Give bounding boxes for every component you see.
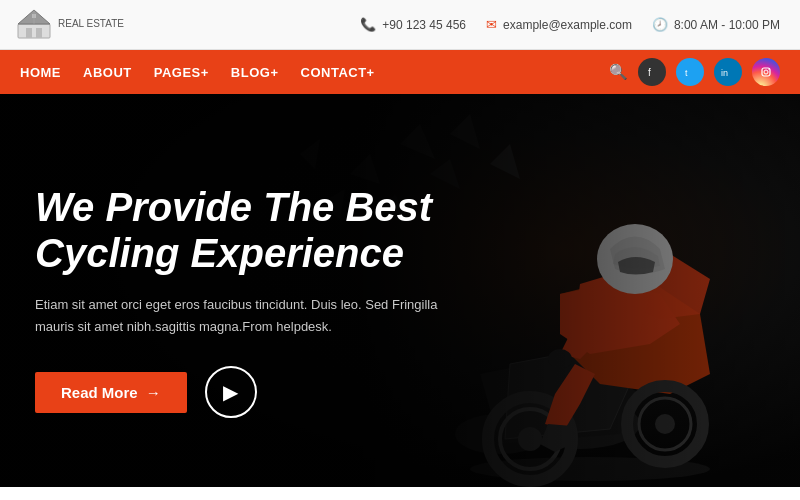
play-button[interactable]: ▶: [205, 366, 257, 418]
nav-about[interactable]: ABOUT: [83, 65, 132, 80]
navbar: HOME ABOUT PAGES+ BLOG+ CONTACT+ 🔍 f t i…: [0, 50, 800, 94]
phone-number: +90 123 45 456: [382, 18, 466, 32]
facebook-icon: f: [646, 66, 658, 78]
hero-actions: Read More → ▶: [35, 366, 465, 418]
hero-title: We Provide The Best Cycling Experience: [35, 184, 465, 276]
hero-content: We Provide The Best Cycling Experience E…: [35, 184, 465, 418]
svg-rect-0: [18, 24, 50, 38]
svg-text:f: f: [648, 67, 651, 78]
play-icon: ▶: [223, 380, 238, 404]
email-address: example@example.com: [503, 18, 632, 32]
nav-home[interactable]: HOME: [20, 65, 61, 80]
phone-info: 📞 +90 123 45 456: [360, 17, 466, 32]
header: REAL ESTATE 📞 +90 123 45 456 ✉ example@e…: [0, 0, 800, 50]
nav-contact[interactable]: CONTACT+: [301, 65, 375, 80]
social-linkedin[interactable]: in: [714, 58, 742, 86]
social-twitter[interactable]: t: [676, 58, 704, 86]
nav-blog[interactable]: BLOG+: [231, 65, 279, 80]
hero-subtitle: Etiam sit amet orci eget eros faucibus t…: [35, 294, 465, 338]
phone-icon: 📞: [360, 17, 376, 32]
linkedin-icon: in: [721, 66, 735, 78]
logo-text: REAL ESTATE: [58, 18, 124, 30]
hours-info: 🕗 8:00 AM - 10:00 PM: [652, 17, 780, 32]
email-info: ✉ example@example.com: [486, 17, 632, 32]
top-info-bar: 📞 +90 123 45 456 ✉ example@example.com 🕗…: [360, 17, 780, 32]
nav-right: 🔍 f t in: [609, 58, 780, 86]
social-instagram[interactable]: [752, 58, 780, 86]
twitter-icon: t: [684, 66, 696, 78]
instagram-icon: [760, 66, 772, 78]
social-facebook[interactable]: f: [638, 58, 666, 86]
clock-icon: 🕗: [652, 17, 668, 32]
search-icon[interactable]: 🔍: [609, 63, 628, 81]
svg-point-10: [764, 70, 768, 74]
svg-rect-3: [36, 28, 42, 38]
business-hours: 8:00 AM - 10:00 PM: [674, 18, 780, 32]
read-more-button[interactable]: Read More →: [35, 372, 187, 413]
logo-icon: [16, 6, 52, 42]
email-icon: ✉: [486, 17, 497, 32]
nav-links: HOME ABOUT PAGES+ BLOG+ CONTACT+: [20, 65, 375, 80]
logo[interactable]: REAL ESTATE: [16, 6, 124, 42]
nav-pages[interactable]: PAGES+: [154, 65, 209, 80]
read-more-label: Read More: [61, 384, 138, 401]
hero-section: We Provide The Best Cycling Experience E…: [0, 94, 800, 487]
svg-text:in: in: [721, 68, 728, 78]
svg-text:t: t: [685, 68, 688, 78]
svg-point-11: [768, 68, 770, 70]
arrow-icon: →: [146, 384, 161, 401]
svg-rect-2: [26, 28, 32, 38]
